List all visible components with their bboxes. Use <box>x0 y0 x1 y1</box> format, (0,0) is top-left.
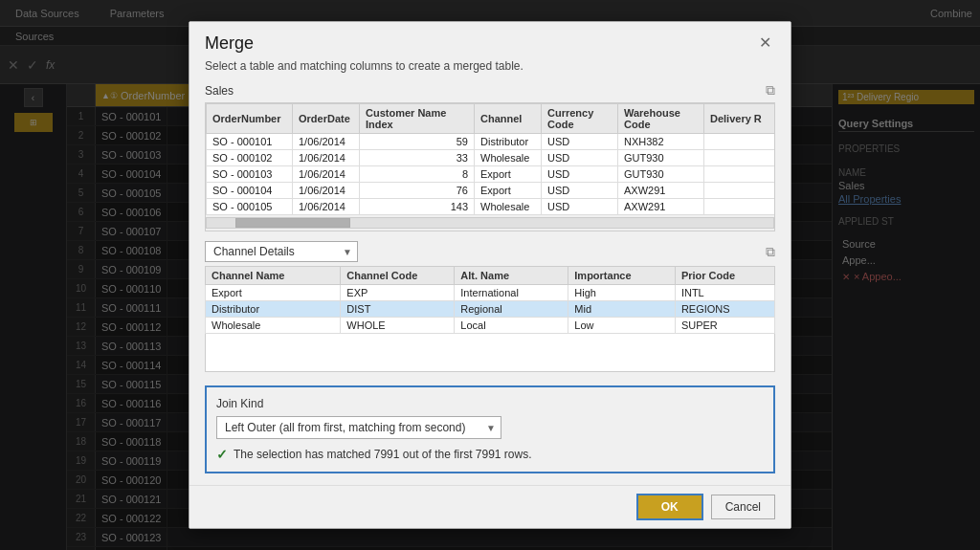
cell-delivery <box>704 166 776 183</box>
cell-currency: USD <box>542 199 618 215</box>
cell-orderdate: 1/06/2014 <box>293 183 360 199</box>
cell-channel: Export <box>475 183 542 199</box>
th-delivery[interactable]: Delivery R <box>704 104 776 134</box>
channel-copy-icon: ⧉ <box>766 244 775 260</box>
sales-table-scrollbar[interactable] <box>206 217 774 229</box>
channel-dropdown-wrapper[interactable]: Channel Details ▼ <box>205 241 358 262</box>
table-copy-icon: ⧉ <box>766 82 775 99</box>
cell-delivery <box>704 134 776 150</box>
cell-channelname: Export <box>206 285 341 301</box>
cell-custindex: 76 <box>360 183 475 199</box>
sales-row-2[interactable]: SO - 000102 1/06/2014 33 Wholesale USD G… <box>207 150 776 166</box>
cell-altname: International <box>455 285 568 301</box>
sales-scrollbar-thumb[interactable] <box>235 218 350 228</box>
cell-currency: USD <box>542 150 618 166</box>
join-kind-section: Join Kind Left Outer (all from first, ma… <box>205 385 775 473</box>
cell-ordernumber: SO - 000103 <box>207 166 293 183</box>
channel-details-section: Channel Details ▼ ⧉ Channel Name Channel… <box>205 241 775 372</box>
modal-close-button[interactable]: ✕ <box>755 33 775 52</box>
th-channel[interactable]: Channel <box>475 104 542 134</box>
cell-delivery <box>704 150 776 166</box>
cell-orderdate: 1/06/2014 <box>293 134 360 150</box>
cell-currency: USD <box>542 183 618 199</box>
cell-priorcode: SUPER <box>675 318 774 334</box>
modal-footer: OK Cancel <box>189 485 791 528</box>
sales-row-5[interactable]: SO - 000105 1/06/2014 143 Wholesale USD … <box>207 199 776 215</box>
th-orderdate[interactable]: OrderDate <box>293 104 360 134</box>
cell-altname: Regional <box>455 301 568 318</box>
cell-priorcode: REGIONS <box>675 301 774 318</box>
sales-row-1[interactable]: SO - 000101 1/06/2014 59 Distributor USD… <box>207 134 776 150</box>
cell-channel: Distributor <box>475 134 542 150</box>
cell-orderdate: 1/06/2014 <box>293 199 360 215</box>
channel-details-dropdown[interactable]: Channel Details <box>205 241 358 262</box>
cell-ordernumber: SO - 000102 <box>207 150 293 166</box>
cell-warehouse: NXH382 <box>618 134 704 150</box>
cell-channel: Wholesale <box>475 199 542 215</box>
channel-row-3[interactable]: Wholesale WHOLE Local Low SUPER <box>206 318 775 334</box>
cell-altname: Local <box>455 318 568 334</box>
cell-custindex: 143 <box>360 199 475 215</box>
th-customerindex[interactable]: Customer Name Index <box>360 104 475 134</box>
match-checkmark-icon: ✓ <box>216 447 228 462</box>
cell-priorcode: INTL <box>675 285 774 301</box>
cell-currency: USD <box>542 134 618 150</box>
th-importance[interactable]: Importance <box>568 267 676 285</box>
modal-title: Merge <box>205 33 254 54</box>
cell-importance: High <box>568 285 676 301</box>
ok-button[interactable]: OK <box>636 494 703 520</box>
sales-row-3[interactable]: SO - 000103 1/06/2014 8 Export USD GUT93… <box>207 166 776 183</box>
sales-scroll-container[interactable]: OrderNumber OrderDate Customer Name Inde… <box>205 102 775 231</box>
channel-row-2[interactable]: Distributor DIST Regional Mid REGIONS <box>206 301 775 318</box>
th-channelcode[interactable]: Channel Code <box>341 267 455 285</box>
modal-subtitle: Select a table and matching columns to c… <box>189 57 791 82</box>
match-message: ✓ The selection has matched 7991 out of … <box>216 447 764 462</box>
th-currency[interactable]: Currency Code <box>542 104 618 134</box>
modal-overlay: Merge ✕ Select a table and matching colu… <box>0 0 980 550</box>
cell-ordernumber: SO - 000104 <box>207 183 293 199</box>
cell-ordernumber: SO - 000101 <box>207 134 293 150</box>
join-kind-dropdown-row: Left Outer (all from first, matching fro… <box>216 416 764 439</box>
sales-table-label: Sales ⧉ <box>205 82 775 99</box>
cancel-button[interactable]: Cancel <box>711 495 775 519</box>
join-kind-dropdown[interactable]: Left Outer (all from first, matching fro… <box>216 416 501 439</box>
cell-importance: Low <box>568 318 676 334</box>
th-channelname[interactable]: Channel Name <box>206 267 341 285</box>
th-ordernumber[interactable]: OrderNumber <box>207 104 293 134</box>
modal-body: Sales ⧉ OrderNumber OrderDate Customer N… <box>189 82 791 485</box>
modal-title-bar: Merge ✕ <box>189 22 791 57</box>
join-kind-label: Join Kind <box>216 397 764 410</box>
join-dropdown-wrapper[interactable]: Left Outer (all from first, matching fro… <box>216 416 501 439</box>
cell-custindex: 59 <box>360 134 475 150</box>
merge-modal: Merge ✕ Select a table and matching colu… <box>189 21 791 529</box>
cell-ordernumber: SO - 000105 <box>207 199 293 215</box>
cell-warehouse: AXW291 <box>618 199 704 215</box>
cell-channelcode: DIST <box>341 301 455 318</box>
channel-table-empty-area <box>205 334 775 372</box>
match-message-text: The selection has matched 7991 out of th… <box>234 448 532 461</box>
cell-warehouse: AXW291 <box>618 183 704 199</box>
cell-channelname: Wholesale <box>206 318 341 334</box>
th-warehouse[interactable]: Warehouse Code <box>618 104 704 134</box>
cell-delivery <box>704 199 776 215</box>
sales-row-4[interactable]: SO - 000104 1/06/2014 76 Export USD AXW2… <box>207 183 776 199</box>
cell-importance: Mid <box>568 301 676 318</box>
cell-delivery <box>704 183 776 199</box>
channel-row-1[interactable]: Export EXP International High INTL <box>206 285 775 301</box>
cell-orderdate: 1/06/2014 <box>293 166 360 183</box>
cell-channelcode: WHOLE <box>341 318 455 334</box>
cell-channelcode: EXP <box>341 285 455 301</box>
cell-warehouse: GUT930 <box>618 150 704 166</box>
cell-currency: USD <box>542 166 618 183</box>
cell-channelname: Distributor <box>206 301 341 318</box>
sales-table-section: Sales ⧉ OrderNumber OrderDate Customer N… <box>205 82 775 231</box>
sales-data-table: OrderNumber OrderDate Customer Name Inde… <box>206 103 775 215</box>
cell-channel: Export <box>475 166 542 183</box>
cell-custindex: 33 <box>360 150 475 166</box>
channel-data-table: Channel Name Channel Code Alt. Name Impo… <box>205 266 775 334</box>
th-altname[interactable]: Alt. Name <box>455 267 568 285</box>
th-priorcode[interactable]: Prior Code <box>675 267 774 285</box>
cell-custindex: 8 <box>360 166 475 183</box>
cell-orderdate: 1/06/2014 <box>293 150 360 166</box>
cell-channel: Wholesale <box>475 150 542 166</box>
